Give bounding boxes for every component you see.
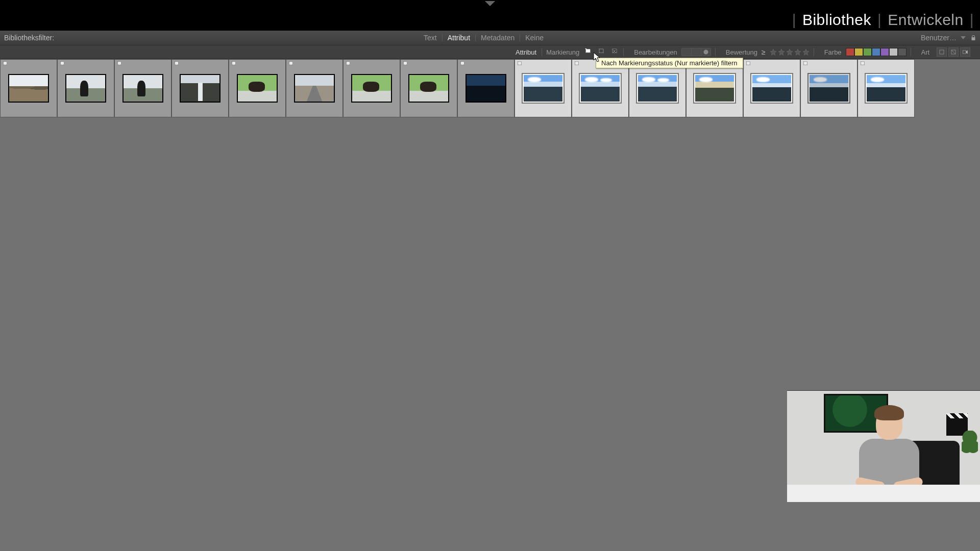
divider xyxy=(623,48,624,56)
thumbnail-flag-icon[interactable] xyxy=(2,61,9,68)
color-blue-swatch[interactable] xyxy=(872,48,880,56)
color-filter-label: Farbe xyxy=(824,48,842,56)
flag-filter-group: Markierung xyxy=(536,45,629,59)
filter-tab-attribute[interactable]: Attribut xyxy=(443,34,475,42)
edits-seg-edited[interactable] xyxy=(701,48,710,56)
module-picker: | Bibliothek | Entwickeln | xyxy=(792,11,976,29)
rating-operator[interactable]: ≥ xyxy=(762,48,766,56)
thumbnail-flag-icon[interactable] xyxy=(745,61,752,68)
kind-master-icon[interactable] xyxy=(937,47,947,57)
edits-filter-label: Bearbeitungen xyxy=(634,48,677,56)
star-4-icon[interactable] xyxy=(794,48,801,56)
thumbnail-cell[interactable] xyxy=(114,59,172,117)
module-library[interactable]: Bibliothek xyxy=(796,11,877,29)
thumbnail-flag-icon[interactable] xyxy=(802,61,809,68)
thumbnail-image[interactable] xyxy=(694,74,735,103)
attribute-section-label: Attribut xyxy=(516,48,536,56)
thumbnail-cell[interactable] xyxy=(400,59,457,117)
svg-rect-2 xyxy=(963,51,966,54)
flag-unflagged-icon[interactable] xyxy=(597,47,606,57)
star-2-icon[interactable] xyxy=(778,48,785,56)
thumbnail-image[interactable] xyxy=(8,74,49,103)
thumbnail-image[interactable] xyxy=(351,74,392,103)
filter-tab-metadata[interactable]: Metadaten xyxy=(476,34,520,42)
thumbnail-image[interactable] xyxy=(65,74,106,103)
thumbnail-flag-icon[interactable] xyxy=(516,61,523,68)
color-yellow-swatch[interactable] xyxy=(854,48,863,56)
edits-tristate[interactable] xyxy=(681,48,711,56)
thumbnail-image[interactable] xyxy=(866,74,906,103)
thumbnail-image[interactable] xyxy=(180,74,220,103)
divider xyxy=(911,48,911,56)
color-red-swatch[interactable] xyxy=(846,48,854,56)
rating-filter-group: Bewertung ≥ xyxy=(721,45,819,59)
thumbnail-flag-icon[interactable] xyxy=(573,61,580,68)
chevron-down-icon[interactable] xyxy=(961,36,966,39)
filter-preset-label[interactable]: Benutzer… xyxy=(921,34,957,42)
kind-virtual-icon[interactable] xyxy=(948,47,959,57)
flag-picked-icon[interactable] xyxy=(583,47,593,57)
thumbnail-grid xyxy=(0,59,980,117)
library-filter-label: Bibliotheksfilter: xyxy=(0,34,54,42)
thumbnail-image[interactable] xyxy=(808,74,849,103)
color-none-swatch[interactable] xyxy=(889,48,898,56)
thumbnail-image[interactable] xyxy=(580,74,621,103)
filter-tab-text[interactable]: Text xyxy=(419,34,442,42)
thumbnail-image[interactable] xyxy=(523,74,564,103)
thumbnail-flag-icon[interactable] xyxy=(173,61,180,68)
thumbnail-image[interactable] xyxy=(294,74,335,103)
filter-tab-none[interactable]: Keine xyxy=(520,34,549,42)
thumbnail-image[interactable] xyxy=(637,74,678,103)
lock-icon[interactable] xyxy=(970,34,977,41)
star-3-icon[interactable] xyxy=(786,48,793,56)
thumbnail-cell[interactable] xyxy=(172,59,229,117)
color-custom-swatch[interactable] xyxy=(898,48,906,56)
thumbnail-flag-icon[interactable] xyxy=(230,61,237,68)
star-5-icon[interactable] xyxy=(802,48,810,56)
flag-picked-tooltip: Nach Markierungsstatus (Nur markierte) f… xyxy=(596,58,743,68)
thumbnail-cell[interactable] xyxy=(0,59,57,117)
thumbnail-image[interactable] xyxy=(465,74,506,103)
thumbnail-flag-icon[interactable] xyxy=(116,61,123,68)
thumbnail-flag-icon[interactable] xyxy=(59,61,66,68)
rating-stars xyxy=(770,48,810,56)
thumbnail-cell[interactable] xyxy=(743,59,800,117)
thumbnail-image[interactable] xyxy=(237,74,278,103)
color-green-swatch[interactable] xyxy=(863,48,872,56)
svg-rect-0 xyxy=(940,50,944,54)
kind-video-icon[interactable] xyxy=(960,47,970,57)
kind-toggles xyxy=(937,47,970,57)
thumbnail-flag-icon[interactable] xyxy=(859,61,866,68)
thumbnail-image[interactable] xyxy=(751,74,792,103)
presenter-webcam-overlay xyxy=(787,390,980,502)
plant-prop xyxy=(962,431,978,477)
thumbnail-cell[interactable] xyxy=(343,59,400,117)
thumbnail-flag-icon[interactable] xyxy=(459,61,466,68)
thumbnail-cell[interactable] xyxy=(57,59,114,117)
thumbnail-flag-icon[interactable] xyxy=(402,61,409,68)
divider xyxy=(814,48,814,56)
thumbnail-cell[interactable] xyxy=(229,59,286,117)
filter-tabs: Text Attribut Metadaten Keine xyxy=(419,31,549,45)
module-develop[interactable]: Entwickeln xyxy=(881,11,969,29)
reveal-panel-chevron-icon[interactable] xyxy=(485,1,495,6)
desk-surface xyxy=(787,485,980,502)
thumbnail-cell[interactable] xyxy=(457,59,514,117)
thumbnail-cell[interactable] xyxy=(286,59,343,117)
color-purple-swatch[interactable] xyxy=(880,48,889,56)
star-1-icon[interactable] xyxy=(770,48,777,56)
thumbnail-flag-icon[interactable] xyxy=(345,61,352,68)
color-swatches xyxy=(846,48,906,56)
module-separator: | xyxy=(792,11,796,29)
thumbnail-image[interactable] xyxy=(408,74,449,103)
flag-rejected-icon[interactable] xyxy=(610,47,619,57)
thumbnail-cell[interactable] xyxy=(514,59,572,117)
thumbnail-cell[interactable] xyxy=(800,59,857,117)
rating-filter-label: Bewertung xyxy=(726,48,757,56)
thumbnail-cell[interactable] xyxy=(857,59,915,117)
divider xyxy=(715,48,716,56)
thumbnail-flag-icon[interactable] xyxy=(287,61,295,68)
thumbnail-image[interactable] xyxy=(122,74,163,103)
edits-seg-unedited[interactable] xyxy=(682,48,692,56)
edits-seg-any[interactable] xyxy=(692,48,701,56)
